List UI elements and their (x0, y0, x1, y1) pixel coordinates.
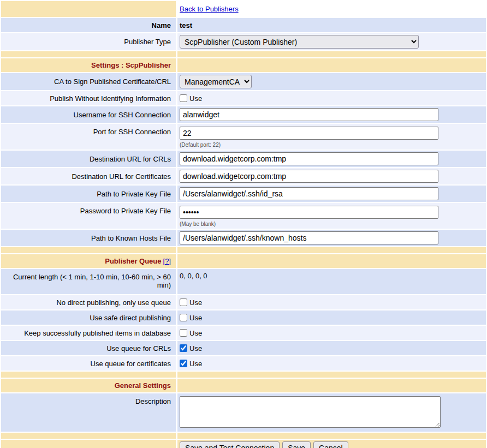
description-textarea[interactable] (180, 396, 441, 428)
keep-published-checkbox[interactable] (180, 329, 187, 337)
password-hint: (May be blank) (180, 221, 216, 227)
row-ca: CA to Sign Published Certificate/CRL Man… (1, 73, 486, 90)
row-cert-url: Destination URL for Certificates (1, 168, 486, 184)
publisher-type-label: Publisher Type (1, 33, 176, 50)
known-hosts-input[interactable] (180, 231, 438, 244)
keep-published-label: Keep successfully published items in dat… (1, 326, 176, 340)
row-anonymous: Publish Without Identifying Information … (1, 91, 486, 105)
only-queue-checkbox[interactable] (180, 298, 187, 306)
username-label: Username for SSH Connection (1, 106, 176, 123)
crl-url-label: Destination URL for CRLs (1, 151, 176, 167)
queue-certs-use-label: Use (189, 360, 202, 368)
password-input[interactable] (180, 206, 438, 219)
private-key-label: Path to Private Key File (1, 186, 176, 202)
row-back-link: Back to Publishers (1, 1, 486, 17)
anonymous-checkbox[interactable] (180, 94, 187, 102)
anonymous-label: Publish Without Identifying Information (1, 91, 176, 105)
private-key-input[interactable] (180, 187, 438, 200)
row-username: Username for SSH Connection (1, 106, 486, 123)
queue-length-label: Current length (< 1 min, 1-10 min, 10-60… (1, 269, 176, 294)
only-queue-use-label: Use (189, 298, 202, 307)
back-to-publishers-link[interactable]: Back to Publishers (180, 5, 239, 13)
only-queue-label: No direct publishing, only use queue (1, 295, 176, 309)
publisher-type-select[interactable]: ScpPublisher (Custom Publisher) (180, 35, 419, 49)
queue-crls-checkbox[interactable] (180, 344, 187, 352)
description-label: Description (1, 393, 176, 432)
cancel-button[interactable]: Cancel (313, 441, 348, 448)
scp-settings-title: Settings : ScpPublisher (91, 61, 171, 69)
row-queue-length: Current length (< 1 min, 1-10 min, 10-60… (1, 269, 486, 294)
row-private-key: Path to Private Key File (1, 186, 486, 202)
known-hosts-label: Path to Known Hosts File (1, 230, 176, 246)
row-known-hosts: Path to Known Hosts File (1, 230, 486, 246)
keep-published-use-label: Use (189, 329, 202, 337)
save-and-test-button[interactable]: Save and Test Connection (180, 441, 280, 448)
row-crl-url: Destination URL for CRLs (1, 151, 486, 167)
ca-select[interactable]: ManagementCA (180, 75, 252, 88)
row-scp-settings-header: Settings : ScpPublisher (1, 58, 486, 72)
row-only-queue: No direct publishing, only use queue Use (1, 295, 486, 309)
row-password: Password to Private Key File (May be bla… (1, 203, 486, 229)
safe-direct-label: Use safe direct publishing (1, 310, 176, 325)
separator (1, 51, 486, 57)
safe-direct-checkbox[interactable] (180, 314, 187, 321)
save-button[interactable]: Save (282, 441, 311, 448)
port-hint: (Default port: 22) (180, 142, 221, 148)
row-queue-certs: Use queue for certificates Use (1, 356, 486, 371)
row-description: Description (1, 393, 486, 432)
queue-certs-label: Use queue for certificates (1, 356, 176, 371)
row-queue-crls: Use queue for CRLs Use (1, 341, 486, 355)
row-actions: Save and Test Connection Save Cancel (1, 440, 486, 448)
ca-label: CA to Sign Published Certificate/CRL (1, 73, 176, 90)
top-left-spacer (1, 1, 176, 17)
row-keep-published: Keep successfully published items in dat… (1, 326, 486, 340)
separator (1, 372, 486, 378)
username-input[interactable] (180, 108, 438, 121)
cert-url-input[interactable] (180, 170, 438, 183)
safe-direct-use-label: Use (189, 314, 202, 322)
publisher-queue-help-link[interactable]: [?] (163, 257, 171, 265)
publisher-edit-page: Back to Publishers Name test Publisher T… (0, 0, 487, 448)
row-safe-direct: Use safe direct publishing Use (1, 310, 486, 325)
separator (1, 247, 486, 253)
publisher-queue-title: Publisher Queue (105, 257, 161, 265)
anonymous-use-label: Use (189, 94, 202, 103)
row-general-settings-header: General Settings (1, 379, 486, 392)
queue-length-value: 0, 0, 0, 0 (177, 269, 486, 294)
publisher-form: Back to Publishers Name test Publisher T… (0, 0, 487, 448)
port-label: Port for SSH Connection (1, 124, 176, 150)
row-queue-header: Publisher Queue [?] (1, 254, 486, 268)
name-value: test (177, 18, 486, 32)
queue-crls-label: Use queue for CRLs (1, 341, 176, 355)
general-settings-title: General Settings (115, 381, 171, 390)
queue-certs-checkbox[interactable] (180, 360, 187, 367)
port-input[interactable] (180, 127, 438, 140)
row-name: Name test (1, 18, 486, 32)
cert-url-label: Destination URL for Certificates (1, 168, 176, 184)
separator (1, 433, 486, 439)
name-label: Name (1, 18, 176, 32)
row-publisher-type: Publisher Type ScpPublisher (Custom Publ… (1, 33, 486, 50)
crl-url-input[interactable] (180, 152, 438, 165)
row-port: Port for SSH Connection (Default port: 2… (1, 124, 486, 150)
password-label: Password to Private Key File (1, 203, 176, 229)
queue-crls-use-label: Use (189, 344, 202, 353)
